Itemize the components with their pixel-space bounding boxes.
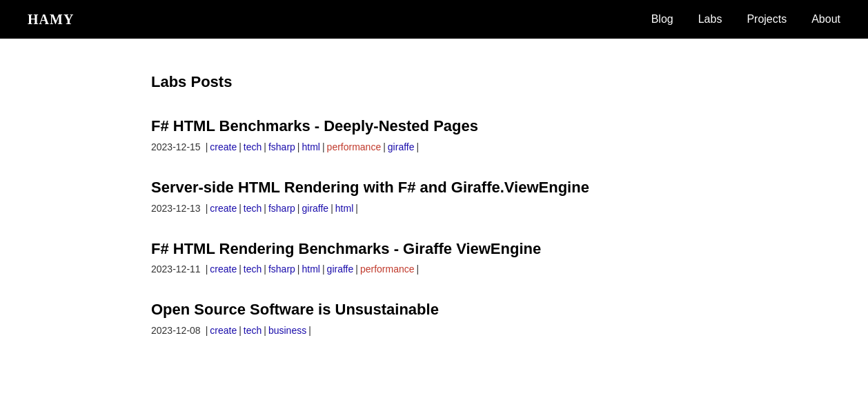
nav-blog[interactable]: Blog — [651, 13, 673, 26]
separator: | — [206, 325, 208, 336]
separator: | — [264, 203, 266, 214]
post-date: 2023-12-11 — [151, 263, 201, 275]
separator: | — [331, 203, 333, 214]
tag-tech[interactable]: tech — [244, 325, 262, 336]
tag-performance[interactable]: performance — [360, 263, 415, 275]
navbar: HAMY Blog Labs Projects About — [0, 0, 868, 39]
separator: | — [264, 141, 266, 152]
tag-html[interactable]: html — [302, 263, 320, 275]
tag-fsharp[interactable]: fsharp — [268, 141, 295, 152]
separator: | — [239, 141, 241, 152]
post-item: F# HTML Benchmarks - Deeply-Nested Pages… — [151, 116, 717, 152]
separator: | — [206, 263, 208, 275]
tag-create[interactable]: create — [210, 325, 237, 336]
separator: | — [239, 263, 241, 275]
nav-links: Blog Labs Projects About — [651, 13, 840, 26]
post-title[interactable]: F# HTML Benchmarks - Deeply-Nested Pages — [151, 116, 717, 137]
separator: | — [322, 141, 325, 152]
post-item: F# HTML Rendering Benchmarks - Giraffe V… — [151, 239, 717, 275]
separator: | — [383, 141, 386, 152]
tag-giraffe[interactable]: giraffe — [388, 141, 415, 152]
nav-labs[interactable]: Labs — [698, 13, 722, 26]
nav-projects[interactable]: Projects — [747, 13, 787, 26]
main-content: Labs Posts F# HTML Benchmarks - Deeply-N… — [124, 39, 744, 395]
separator: | — [417, 263, 420, 275]
tag-giraffe[interactable]: giraffe — [302, 203, 329, 214]
post-date: 2023-12-15 — [151, 141, 201, 152]
site-logo[interactable]: HAMY — [28, 12, 74, 28]
tag-fsharp[interactable]: fsharp — [268, 263, 295, 275]
tag-performance[interactable]: performance — [327, 141, 382, 152]
separator: | — [264, 263, 266, 275]
nav-about[interactable]: About — [811, 13, 840, 26]
separator: | — [239, 325, 241, 336]
separator: | — [239, 203, 241, 214]
post-item: Open Source Software is Unsustainable 20… — [151, 299, 717, 336]
separator: | — [297, 263, 300, 275]
separator: | — [264, 325, 266, 336]
post-title[interactable]: Open Source Software is Unsustainable — [151, 299, 717, 321]
tag-tech[interactable]: tech — [244, 141, 262, 152]
tag-html[interactable]: html — [335, 203, 353, 214]
post-meta: 2023-12-15 | create | tech | fsharp | ht… — [151, 141, 717, 152]
tag-create[interactable]: create — [210, 263, 237, 275]
post-date: 2023-12-08 — [151, 325, 201, 336]
separator: | — [417, 141, 420, 152]
page-title: Labs Posts — [151, 73, 717, 91]
separator: | — [297, 203, 300, 214]
tag-html[interactable]: html — [302, 141, 320, 152]
separator: | — [355, 263, 358, 275]
tag-giraffe[interactable]: giraffe — [327, 263, 354, 275]
post-date: 2023-12-13 — [151, 203, 201, 214]
separator: | — [322, 263, 325, 275]
post-meta: 2023-12-13 | create | tech | fsharp | gi… — [151, 203, 717, 214]
separator: | — [308, 325, 311, 336]
tag-business[interactable]: business — [268, 325, 306, 336]
tag-create[interactable]: create — [210, 203, 237, 214]
post-title[interactable]: Server-side HTML Rendering with F# and G… — [151, 177, 717, 199]
separator: | — [206, 141, 208, 152]
post-item: Server-side HTML Rendering with F# and G… — [151, 177, 717, 214]
tag-tech[interactable]: tech — [244, 263, 262, 275]
separator: | — [206, 203, 208, 214]
separator: | — [355, 203, 358, 214]
tag-fsharp[interactable]: fsharp — [268, 203, 295, 214]
separator: | — [297, 141, 300, 152]
post-list: F# HTML Benchmarks - Deeply-Nested Pages… — [151, 116, 717, 361]
post-meta: 2023-12-11 | create | tech | fsharp | ht… — [151, 263, 717, 275]
tag-tech[interactable]: tech — [244, 203, 262, 214]
post-title[interactable]: F# HTML Rendering Benchmarks - Giraffe V… — [151, 239, 717, 260]
post-meta: 2023-12-08 | create | tech | business | — [151, 325, 717, 336]
tag-create[interactable]: create — [210, 141, 237, 152]
